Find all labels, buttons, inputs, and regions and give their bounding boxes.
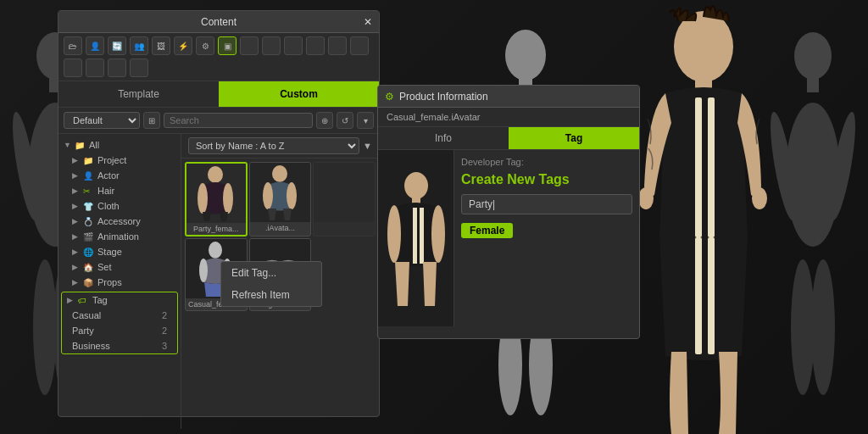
content-titlebar: Content ✕	[58, 11, 379, 33]
label-hair: Hair	[97, 186, 114, 196]
icon-accessory: 💍	[83, 217, 95, 226]
toolbar-icon-lightning[interactable]: ⚡	[174, 36, 192, 55]
grid-item-2[interactable]: .iAvata...	[249, 162, 312, 236]
tree-item-cloth[interactable]: ▶ 👕 Cloth	[58, 198, 181, 214]
tab-row: Template Custom	[58, 81, 379, 108]
content-panel: Content ✕ 🗁 👤 🔄 👥 🖼 ⚡ ⚙ ▣ Template Custo…	[58, 10, 380, 417]
svg-point-7	[794, 32, 832, 80]
toolbar-icon-3[interactable]	[284, 36, 303, 55]
toolbar-icon-8[interactable]	[86, 58, 104, 77]
product-info-section: Developer Tag: Create New Tags Female	[454, 150, 639, 326]
product-icon: ⚙	[385, 91, 394, 103]
default-dropdown[interactable]: Default	[64, 112, 140, 129]
context-menu: Edit Tag... Refresh Item	[220, 261, 322, 307]
svg-point-32	[272, 165, 287, 182]
product-tab-info[interactable]: Info	[378, 127, 509, 149]
svg-point-34	[287, 182, 297, 209]
filters-row: Default ⊞ ⊕ ↺ ▾	[58, 108, 379, 134]
toolbar-icon-group[interactable]: 👥	[130, 36, 148, 55]
toolbar-icon-4[interactable]	[306, 36, 325, 55]
svg-point-48	[431, 205, 445, 263]
tab-template[interactable]: Template	[58, 81, 219, 107]
tag-section: ▶ 🏷 Tag Casual 2 Party 2 Business 3	[61, 292, 178, 354]
label-animation: Animation	[97, 231, 139, 242]
tree-panel: ▼ 📁 All ▶ 📁 Project ▶ 👤 Actor ▶ ✂ Hair ▶	[58, 134, 181, 429]
label-set: Set	[97, 262, 112, 272]
arrow-tag: ▶	[67, 296, 75, 304]
toolbar-icon-refresh[interactable]: 🔄	[108, 36, 126, 55]
tag-input[interactable]	[461, 194, 632, 214]
label-props: Props	[97, 277, 122, 287]
toolbar-icon-7[interactable]	[64, 58, 82, 77]
grid-item-1[interactable]: Party_fema...	[185, 162, 248, 236]
tree-item-project[interactable]: ▶ 📁 Project	[58, 153, 181, 168]
tree-item-animation[interactable]: ▶ 🎬 Animation	[58, 229, 181, 244]
product-body: Developer Tag: Create New Tags Female	[378, 150, 639, 326]
arrow-stage: ▶	[72, 248, 81, 256]
svg-point-36	[199, 259, 208, 282]
search-input[interactable]	[164, 113, 313, 128]
toolbar-icon-9[interactable]	[108, 58, 126, 77]
tree-item-props[interactable]: ▶ 📦 Props	[58, 275, 181, 290]
tree-item-all[interactable]: ▼ 📁 All	[58, 137, 181, 153]
content-title: Content	[201, 16, 236, 28]
label-all: All	[89, 140, 99, 150]
toolbar-icon-5[interactable]	[328, 36, 347, 55]
tag-business[interactable]: Business 3	[62, 338, 177, 353]
tree-item-accessory[interactable]: ▶ 💍 Accessory	[58, 214, 181, 229]
context-edit-tag[interactable]: Edit Tag...	[221, 262, 321, 284]
tag-casual-label: Casual	[72, 310, 101, 320]
tree-item-hair[interactable]: ▶ ✂ Hair	[58, 183, 181, 198]
tree-item-stage[interactable]: ▶ 🌐 Stage	[58, 244, 181, 259]
toolbar-icon-image[interactable]: 🖼	[152, 36, 170, 55]
grid-label-3	[314, 222, 375, 225]
toolbar-icons: 🗁 👤 🔄 👥 🖼 ⚡ ⚙ ▣	[58, 33, 379, 81]
svg-point-31	[223, 183, 233, 214]
grid-item-3[interactable]	[313, 162, 376, 236]
context-refresh-item[interactable]: Refresh Item	[221, 284, 321, 306]
sort-dropdown[interactable]: Sort by Name : A to Z	[188, 137, 359, 154]
product-preview	[378, 150, 454, 326]
close-icon[interactable]: ✕	[364, 16, 372, 28]
product-panel: ⚙ Product Information Casual_female.iAva…	[377, 85, 640, 339]
arrow-actor: ▶	[72, 171, 81, 180]
label-tag: Tag	[92, 295, 108, 305]
toolbar-icon-grid[interactable]: ▣	[218, 36, 236, 55]
tree-item-actor[interactable]: ▶ 👤 Actor	[58, 168, 181, 183]
toolbar-icon-user[interactable]: 👤	[86, 36, 104, 55]
tag-casual[interactable]: Casual 2	[62, 308, 177, 323]
create-new-tags-title: Create New Tags	[461, 172, 632, 187]
filter-icon-2[interactable]: ⊕	[316, 112, 333, 129]
toolbar-icon-2[interactable]	[262, 36, 281, 55]
toolbar-icon-6[interactable]	[350, 36, 369, 55]
product-tab-tag[interactable]: Tag	[509, 127, 639, 149]
toolbar-icon-1[interactable]	[240, 36, 259, 55]
svg-point-28	[752, 187, 767, 209]
svg-point-29	[208, 166, 223, 183]
svg-point-20	[674, 11, 733, 82]
icon-animation: 🎬	[83, 232, 95, 242]
filter-icon-4[interactable]: ▾	[357, 112, 374, 129]
tag-badge-female[interactable]: Female	[461, 223, 513, 238]
sort-chevron: ▼	[363, 141, 372, 151]
tree-item-set[interactable]: ▶ 🏠 Set	[58, 259, 181, 275]
label-cloth: Cloth	[97, 201, 120, 211]
tag-party-count: 2	[162, 326, 167, 336]
tag-header[interactable]: ▶ 🏷 Tag	[62, 292, 177, 308]
svg-rect-46	[420, 208, 424, 264]
grid-thumb-1	[186, 164, 246, 223]
tag-casual-count: 2	[162, 310, 167, 320]
tab-custom[interactable]: Custom	[219, 81, 379, 107]
product-title: Product Information	[399, 91, 488, 103]
filter-icon-3[interactable]: ↺	[337, 112, 353, 129]
filter-icon-1[interactable]: ⊞	[143, 112, 160, 129]
svg-rect-25	[695, 237, 702, 354]
toolbar-icon-gear[interactable]: ⚙	[196, 36, 214, 55]
icon-cloth: 👕	[83, 202, 95, 211]
label-actor: Actor	[97, 170, 120, 181]
toolbar-icon-folder[interactable]: 🗁	[64, 36, 82, 55]
tag-party[interactable]: Party 2	[62, 323, 177, 338]
toolbar-icon-10[interactable]	[130, 58, 148, 77]
svg-point-14	[505, 30, 546, 81]
icon-hair: ✂	[83, 186, 95, 196]
